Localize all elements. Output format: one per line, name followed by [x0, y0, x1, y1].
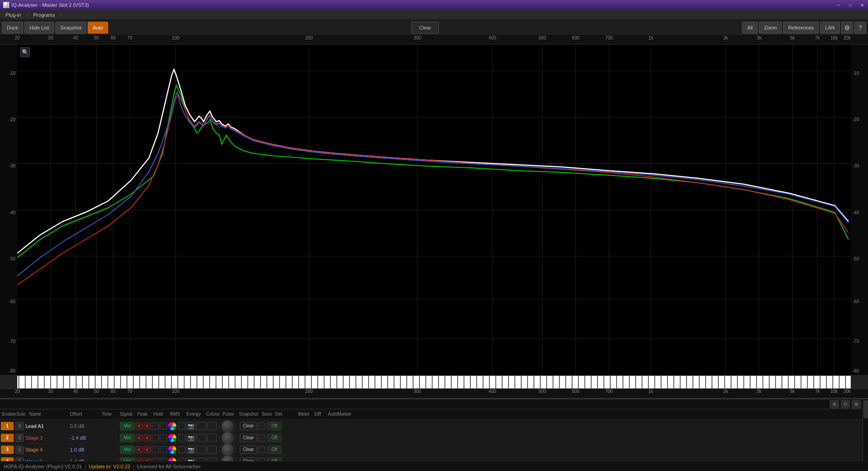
ch3-pulse-check[interactable] — [178, 446, 185, 453]
piano-keyboard[interactable] — [0, 375, 868, 389]
minimize-button[interactable]: ─ — [833, 0, 844, 10]
ch3-del[interactable] — [207, 446, 217, 454]
status-sep: | — [84, 464, 86, 469]
ch3-energy-check[interactable] — [160, 446, 167, 453]
license-info: Licensed for Alf Schumacher — [137, 464, 201, 469]
status-sep2: | — [133, 464, 134, 469]
ch2-hold-x[interactable]: ✕ — [144, 434, 151, 442]
ch2-knob[interactable] — [219, 432, 236, 443]
ch2-diff[interactable] — [258, 434, 265, 442]
settings-button[interactable]: ⚙ — [841, 22, 853, 34]
references-button[interactable]: References — [783, 22, 818, 34]
db-scale-left: -10 -20 -30 -40 -50 -60 -70 -80 — [0, 44, 17, 375]
ch2-signal[interactable]: Mid — [120, 434, 134, 442]
programs-menu[interactable]: Programs — [30, 11, 59, 19]
dock-button[interactable]: Dock — [2, 22, 23, 34]
ch2-peak-x[interactable]: ✕ — [135, 434, 143, 442]
ch2-enable[interactable]: 2 — [1, 434, 14, 442]
ch1-del[interactable] — [207, 422, 217, 430]
ch3-knob[interactable] — [219, 444, 236, 455]
ch3-enable[interactable]: 3 — [1, 446, 14, 454]
header-time: Time — [102, 412, 120, 417]
header-hold: Hold — [154, 412, 170, 417]
ch1-signal[interactable]: Mid — [120, 422, 134, 430]
lan-button[interactable]: LAN — [820, 22, 840, 34]
piano-svg — [0, 376, 868, 388]
ch3-automarker[interactable]: Off — [267, 446, 282, 454]
right-buttons: All Zoom References LAN ⚙ ? — [742, 22, 866, 34]
help-button[interactable]: ? — [854, 22, 866, 34]
channel-header: Enable Solo Name Offset Time Signal Peak… — [0, 409, 868, 419]
ch2-automarker[interactable]: Off — [267, 434, 282, 442]
zoom-icon[interactable]: 🔍 — [20, 47, 30, 57]
snapshot-button[interactable]: Snapshot — [55, 22, 86, 34]
ch2-save[interactable] — [196, 434, 206, 442]
ch3-peak-x[interactable]: ✕ — [135, 446, 143, 453]
ch3-diff[interactable] — [258, 446, 265, 453]
plugin-menu[interactable]: Plug-in — [2, 11, 25, 19]
ch2-snapshot[interactable]: 📷 — [186, 434, 195, 442]
header-automarker: AutoMarker — [328, 412, 355, 417]
ch1-automarker[interactable]: Off — [267, 422, 282, 430]
bottom-panel: ⊞ ⊟ ⊠ Enable Solo Name Offset Time Signa… — [0, 398, 868, 471]
menu-sep: < — [25, 12, 29, 18]
ch2-pulse-check[interactable] — [178, 434, 185, 442]
ch1-peak-x[interactable]: ✕ — [135, 422, 143, 430]
bp-icon-1[interactable]: ⊞ — [830, 400, 839, 408]
ch3-solo[interactable]: S — [15, 446, 24, 454]
ch1-hold-x[interactable]: ✕ — [144, 422, 151, 430]
ch3-signal[interactable]: Mid — [120, 446, 134, 454]
menu-bar: Plug-in < Programs > — [0, 10, 868, 20]
ch1-name: Lead A1 — [25, 423, 66, 429]
header-diff: Diff — [314, 412, 328, 417]
ch1-colour[interactable] — [168, 422, 176, 430]
green-curve — [17, 85, 848, 258]
auto-button[interactable]: Auto — [88, 22, 108, 34]
ch1-enable[interactable]: 1 — [1, 422, 14, 430]
ch1-save[interactable] — [196, 422, 206, 430]
ch2-clear[interactable]: Clear — [240, 434, 257, 442]
plugin-info: HOFA IQ-Analyser (Plugin) V2.0.21 — [4, 464, 82, 469]
clear-button[interactable]: Clear — [412, 22, 439, 34]
ch2-solo[interactable]: S — [15, 434, 24, 442]
ch1-knob[interactable] — [219, 421, 236, 432]
bp-icon-2[interactable]: ⊟ — [841, 400, 850, 408]
ch3-colour[interactable] — [168, 446, 176, 454]
bp-icon-3[interactable]: ⊠ — [852, 400, 861, 408]
scrollbar-thumb[interactable] — [863, 400, 868, 418]
channel-row-3: 3 S Stage 4 1.0 dB Mid ✕ ✕ 📷 Clear — [0, 444, 868, 456]
update-link[interactable]: Update to: V2.0.22 — [89, 464, 130, 469]
ch1-solo[interactable]: S — [15, 422, 24, 430]
ch1-clear[interactable]: Clear — [240, 422, 257, 430]
ch1-rms-check[interactable] — [152, 422, 159, 430]
bottom-scrollbar[interactable] — [863, 399, 868, 461]
header-signal: Signal — [120, 412, 137, 417]
ch1-offset: 0.0 dB — [70, 423, 97, 429]
ch2-del[interactable] — [207, 434, 217, 442]
ch2-energy-check[interactable] — [160, 434, 167, 442]
ch2-colour[interactable] — [168, 434, 176, 442]
ch1-diff[interactable] — [258, 422, 265, 430]
app-title: IQ-Analyser - Master Slot 2 (VST3) — [11, 2, 89, 8]
restore-button[interactable]: □ — [844, 0, 856, 10]
ch1-snapshot[interactable]: 📷 — [186, 422, 195, 430]
ch3-rms-check[interactable] — [152, 446, 159, 453]
status-bar: HOFA IQ-Analyser (Plugin) V2.0.21 | Upda… — [0, 461, 868, 471]
channel-row-1: 1 S Lead A1 0.0 dB Mid ✕ ✕ 📷 Clear — [0, 420, 868, 432]
svg-rect-28 — [17, 376, 851, 388]
ch3-clear[interactable]: Clear — [240, 446, 257, 454]
all-button[interactable]: All — [742, 22, 758, 34]
close-button[interactable]: ✕ — [856, 0, 868, 10]
ch3-hold-x[interactable]: ✕ — [144, 446, 151, 453]
ch3-save[interactable] — [196, 446, 206, 454]
ch1-energy-check[interactable] — [160, 422, 167, 430]
spectrum-graph[interactable]: 🔍 — [17, 44, 851, 375]
hide-list-button[interactable]: Hide List — [25, 22, 54, 34]
ch2-name: Stage 3 — [25, 435, 66, 441]
header-del: Del. — [275, 412, 289, 417]
app-icon: 📊 — [3, 2, 10, 8]
ch2-rms-check[interactable] — [152, 434, 159, 442]
ch1-pulse-check[interactable] — [178, 422, 185, 430]
ch3-snapshot[interactable]: 📷 — [186, 446, 195, 454]
zoom-button[interactable]: Zoom — [759, 22, 782, 34]
